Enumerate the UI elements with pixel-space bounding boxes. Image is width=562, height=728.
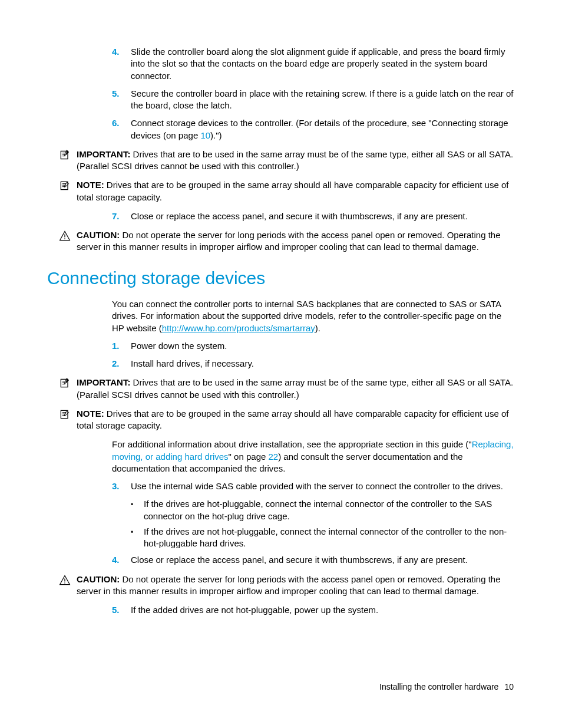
list-text: Secure the controller board in place wit… (131, 88, 514, 112)
list-text: If the drives are hot-pluggable, connect… (144, 498, 514, 522)
ordered-list: 4. Close or replace the access panel, an… (47, 554, 514, 566)
callout-note: NOTE: Drives that are to be grouped in t… (59, 179, 514, 203)
text-run: " on page (229, 452, 269, 462)
callout-important: IMPORTANT: Drives that are to be used in… (59, 149, 514, 173)
list-item: 6. Connect storage devices to the contro… (112, 117, 514, 141)
list-number: 4. (112, 46, 131, 82)
callout-label: CAUTION: (77, 574, 120, 584)
note-icon (59, 408, 77, 432)
list-item: 5. Secure the controller board in place … (112, 88, 514, 112)
callout-body: CAUTION: Do not operate the server for l… (77, 229, 514, 253)
callout-body: NOTE: Drives that are to be grouped in t… (77, 179, 514, 203)
list-number: 7. (112, 210, 131, 222)
footer-section-title: Installing the controller hardware (379, 682, 498, 691)
important-icon (59, 149, 77, 173)
list-text: Close or replace the access panel, and s… (131, 210, 514, 222)
ordered-list: 3. Use the internal wide SAS cable provi… (47, 480, 514, 492)
list-number: 4. (112, 554, 131, 566)
list-item: 7. Close or replace the access panel, an… (112, 210, 514, 222)
callout-body: CAUTION: Do not operate the server for l… (77, 574, 514, 598)
list-item: 4. Close or replace the access panel, an… (112, 554, 514, 566)
note-icon (59, 179, 77, 203)
list-number: 6. (112, 117, 131, 141)
unordered-list: • If the drives are hot-pluggable, conne… (47, 498, 514, 549)
callout-text: Do not operate the server for long perio… (77, 230, 501, 252)
page-reference-link[interactable]: 22 (269, 452, 279, 462)
callout-label: NOTE: (77, 180, 104, 190)
ordered-list: 5. If the added drives are not hot-plugg… (47, 604, 514, 616)
list-item: 4. Slide the controller board along the … (112, 46, 514, 82)
list-text: Close or replace the access panel, and s… (131, 554, 514, 566)
list-text: Slide the controller board along the slo… (131, 46, 514, 82)
list-number: 5. (112, 604, 131, 616)
list-item: 3. Use the internal wide SAS cable provi… (112, 480, 514, 492)
ordered-list: 1. Power down the system. 2. Install har… (47, 340, 514, 370)
callout-text: Drives that are to be grouped in the sam… (77, 180, 508, 202)
callout-important: IMPORTANT: Drives that are to be used in… (59, 377, 514, 401)
callout-label: CAUTION: (77, 230, 120, 240)
important-icon (59, 377, 77, 401)
text-run: ).") (210, 130, 222, 140)
list-number: 1. (112, 340, 131, 352)
footer-page-number: 10 (504, 682, 514, 691)
text-run: Connect storage devices to the controlle… (131, 118, 508, 140)
list-item: 2. Install hard drives, if necessary. (112, 358, 514, 370)
section-heading: Connecting storage devices (47, 266, 514, 291)
callout-text: Drives that are to be used in the same a… (77, 377, 513, 399)
callout-text: Do not operate the server for long perio… (77, 574, 501, 596)
callout-text: Drives that are to be used in the same a… (77, 149, 513, 171)
callout-body: IMPORTANT: Drives that are to be used in… (77, 149, 514, 173)
list-text: Power down the system. (131, 340, 514, 352)
external-link[interactable]: http://www.hp.com/products/smartarray (162, 323, 315, 333)
callout-text: Drives that are to be grouped in the sam… (77, 409, 508, 430)
callout-caution: CAUTION: Do not operate the server for l… (59, 229, 514, 253)
callout-label: IMPORTANT: (77, 377, 130, 387)
list-item: 1. Power down the system. (112, 340, 514, 352)
ordered-list-top: 4. Slide the controller board along the … (47, 46, 514, 141)
list-number: 2. (112, 358, 131, 370)
list-text: Connect storage devices to the controlle… (131, 117, 514, 141)
callout-body: NOTE: Drives that are to be grouped in t… (77, 408, 514, 432)
callout-caution: CAUTION: Do not operate the server for l… (59, 574, 514, 598)
list-text: Use the internal wide SAS cable provided… (131, 480, 514, 492)
paragraph: For additional information about drive i… (47, 439, 514, 475)
text-run: For additional information about drive i… (112, 439, 472, 449)
caution-icon (59, 574, 77, 598)
bullet-icon: • (131, 526, 144, 550)
list-item: • If the drives are not hot-pluggable, c… (131, 526, 514, 550)
callout-label: NOTE: (77, 409, 104, 419)
caution-icon (59, 229, 77, 253)
text-run: ). (315, 323, 320, 333)
list-number: 5. (112, 88, 131, 112)
list-text: If the drives are not hot-pluggable, con… (144, 526, 514, 550)
list-text: Install hard drives, if necessary. (131, 358, 514, 370)
page-reference-link[interactable]: 10 (200, 130, 210, 140)
callout-note: NOTE: Drives that are to be grouped in t… (59, 408, 514, 432)
page-footer: Installing the controller hardware10 (379, 681, 514, 693)
callout-body: IMPORTANT: Drives that are to be used in… (77, 377, 514, 401)
document-page: 4. Slide the controller board along the … (0, 0, 562, 728)
callout-label: IMPORTANT: (77, 149, 130, 159)
list-item: • If the drives are hot-pluggable, conne… (131, 498, 514, 522)
ordered-list: 7. Close or replace the access panel, an… (47, 210, 514, 222)
list-item: 5. If the added drives are not hot-plugg… (112, 604, 514, 616)
bullet-icon: • (131, 498, 144, 522)
paragraph: You can connect the controller ports to … (47, 298, 514, 334)
list-text: If the added drives are not hot-pluggabl… (131, 604, 514, 616)
list-number: 3. (112, 480, 131, 492)
